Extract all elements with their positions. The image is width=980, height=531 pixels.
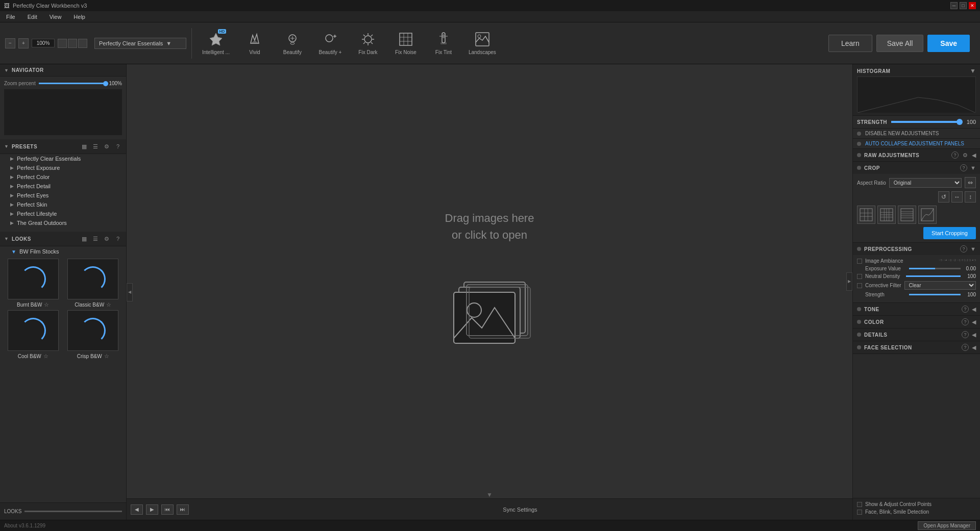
zoom-box-3[interactable] [78,39,87,48]
preprocessing-chevron[interactable]: ▼ [970,246,976,252]
preset-selector[interactable]: Perfectly Clear Essentials ▼ [94,38,186,49]
tool-fix-noise[interactable]: Fix Noise [388,28,424,58]
crop-help[interactable]: ? [960,164,967,171]
looks-category[interactable]: ▼ BW Film Stocks [0,246,126,257]
looks-list-view[interactable]: ☰ [91,235,100,243]
minimize-button[interactable]: ─ [950,2,958,9]
filmstrip-next-button[interactable]: ▶ [146,504,158,515]
details-chevron[interactable]: ◀ [972,332,976,338]
color-header[interactable]: COLOR ? ◀ [853,316,980,328]
show-control-points-check[interactable] [857,502,862,507]
presets-grid-view[interactable]: ▦ [80,142,88,150]
navigator-panel-header[interactable]: ▼ NAVIGATOR [0,64,126,77]
bottom-collapse-arrow[interactable]: ▼ [486,491,493,498]
save-all-button[interactable]: Save All [876,35,924,52]
learn-button[interactable]: Learn [828,35,872,52]
close-button[interactable]: ✕ [969,2,976,9]
face-selection-header[interactable]: FACE SELECTION ? ◀ [853,341,980,353]
menu-file[interactable]: File [4,13,17,21]
presets-settings[interactable]: ⚙ [103,142,111,150]
tool-intelligent[interactable]: HD Intelligent ... [197,28,235,58]
disable-new-label[interactable]: DISABLE NEW ADJUSTMENTS [865,131,939,136]
preproc-filter-select[interactable]: Clear [904,281,976,290]
maximize-button[interactable]: □ [960,2,967,9]
look-item-0[interactable]: Burnt B&W ☆ [4,259,62,308]
preset-item-0[interactable]: ▶ Perfectly Clear Essentials [0,154,126,163]
look-star-2[interactable]: ☆ [43,353,48,360]
color-chevron[interactable]: ◀ [972,319,976,325]
menu-edit[interactable]: Edit [26,13,39,21]
auto-collapse-label[interactable]: AUTO COLLAPSE ADJUSTMENT PANELS [865,141,964,146]
looks-help[interactable]: ? [114,235,122,243]
look-item-2[interactable]: Cool B&W ☆ [4,310,62,360]
color-help[interactable]: ? [962,318,969,325]
open-apps-manager-button[interactable]: Open Apps Manager [918,521,976,530]
zoom-box-2[interactable] [68,39,77,48]
tool-fix-dark[interactable]: Fix Dark [350,28,386,58]
canvas-area[interactable]: Drag images here or click to open [127,64,852,498]
preset-item-7[interactable]: ▶ The Great Outdoors [0,218,126,227]
tone-help[interactable]: ? [962,306,969,313]
tool-vivid[interactable]: Vivid [237,28,273,58]
zoom-minus-button[interactable]: − [5,38,15,48]
crop-grid-4[interactable] [918,206,937,224]
crop-grid-3[interactable] [898,206,916,224]
face-selection-help[interactable]: ? [962,344,969,351]
menu-help[interactable]: Help [71,13,87,21]
tool-fix-tint[interactable]: Fix Tint [426,28,461,58]
tone-chevron[interactable]: ◀ [972,306,976,313]
preset-item-1[interactable]: ▶ Perfect Exposure [0,163,126,172]
title-bar-controls[interactable]: ─ □ ✕ [950,2,976,9]
preprocessing-header[interactable]: PREPROCESSING ? ▼ [853,243,980,255]
tool-beautify-plus[interactable]: Beautify + [312,28,348,58]
preset-item-6[interactable]: ▶ Perfect Lifestyle [0,209,126,218]
tone-header[interactable]: TONE ? ◀ [853,303,980,315]
crop-flip-v-btn[interactable]: ↕ [965,191,976,203]
crop-aspect-select[interactable]: Original [889,178,962,188]
details-help[interactable]: ? [962,331,969,338]
histogram-collapse-arrow[interactable]: ▼ [970,67,976,74]
raw-adjustments-help[interactable]: ? [951,151,959,159]
zoom-box-1[interactable] [58,39,67,48]
face-selection-chevron[interactable]: ◀ [972,344,976,351]
preproc-ambiance-check[interactable] [857,259,862,264]
menu-view[interactable]: View [47,13,64,21]
raw-adjustments-gear[interactable]: ⚙ [962,151,969,159]
tool-landscapes[interactable]: Landscapes [463,28,501,58]
crop-swap-icon[interactable]: ⇔ [965,177,976,188]
preset-item-4[interactable]: ▶ Perfect Eyes [0,191,126,200]
look-item-1[interactable]: Classic B&W ☆ [64,259,122,308]
look-star-0[interactable]: ☆ [44,301,49,308]
crop-chevron[interactable]: ▼ [970,165,976,171]
preset-item-2[interactable]: ▶ Perfect Color [0,172,126,182]
preproc-nd-check[interactable] [857,274,862,279]
crop-header[interactable]: CROP ? ▼ [853,162,980,174]
raw-adjustments-chevron[interactable]: ◀ [972,152,976,159]
nav-zoom-slider[interactable] [39,83,106,84]
left-collapse-button[interactable]: ◀ [127,283,133,301]
preproc-strength-slider[interactable] [909,294,961,295]
preset-item-5[interactable]: ▶ Perfect Skin [0,200,126,209]
look-star-3[interactable]: ☆ [104,353,109,360]
looks-grid-view[interactable]: ▦ [80,235,88,243]
face-blink-check[interactable] [857,510,862,515]
strength-slider[interactable] [891,121,960,123]
preproc-nd-slider[interactable] [906,275,961,277]
looks-panel-header[interactable]: ▼ LOOKS ▦ ☰ ⚙ ? [0,232,126,246]
start-cropping-button[interactable]: Start Cropping [923,227,976,239]
zoom-add-button[interactable]: + [18,38,29,48]
preset-item-3[interactable]: ▶ Perfect Detail [0,182,126,191]
crop-grid-1[interactable] [857,206,875,224]
looks-footer-slider[interactable] [24,511,122,512]
filmstrip-go-start-button[interactable]: ⏮ [161,504,174,515]
presets-list-view[interactable]: ☰ [91,142,100,150]
look-star-1[interactable]: ☆ [106,301,111,308]
presets-help[interactable]: ? [114,142,122,150]
preprocessing-help[interactable]: ? [960,245,967,252]
filmstrip-go-end-button[interactable]: ⏭ [177,504,189,515]
looks-settings[interactable]: ⚙ [103,235,111,243]
crop-rotate-left-btn[interactable]: ↺ [938,191,949,203]
right-collapse-button[interactable]: ▶ [846,272,852,291]
look-item-3[interactable]: Crisp B&W ☆ [64,310,122,360]
tool-beautify[interactable]: Beautify [275,28,310,58]
